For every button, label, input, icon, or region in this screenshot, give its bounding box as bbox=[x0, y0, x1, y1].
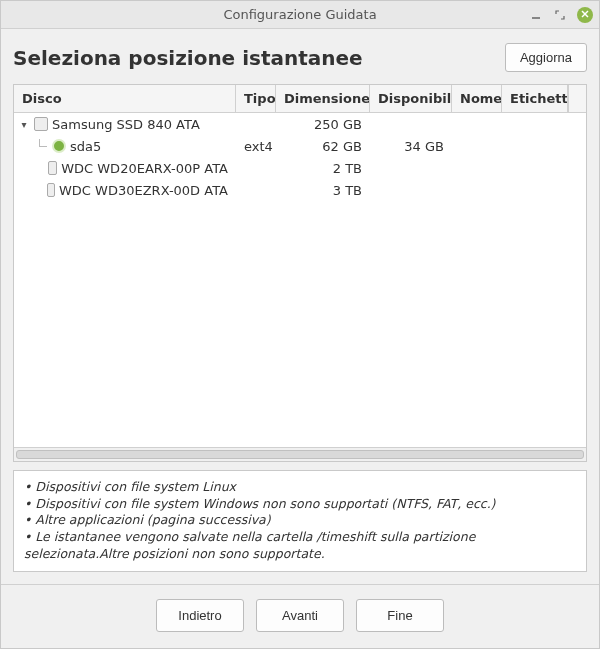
window-title: Configurazione Guidata bbox=[1, 7, 599, 22]
col-disponibile[interactable]: Disponibile bbox=[370, 85, 452, 112]
table-row[interactable]: WDC WD20EARX-00P ATA 2 TB bbox=[14, 157, 586, 179]
col-tipo[interactable]: Tipo bbox=[236, 85, 276, 112]
cell-disco: ▾ Samsung SSD 840 ATA bbox=[14, 117, 236, 132]
scrollbar-thumb[interactable] bbox=[16, 450, 584, 459]
info-box: • Dispositivi con file system Linux • Di… bbox=[13, 470, 587, 572]
minimize-button[interactable] bbox=[529, 8, 543, 22]
cell-disco: WDC WD30EZRX-00D ATA bbox=[14, 183, 236, 198]
horizontal-scrollbar[interactable] bbox=[14, 447, 586, 461]
disk-label: WDC WD30EZRX-00D ATA bbox=[59, 183, 228, 198]
cell-dim: 2 TB bbox=[276, 161, 370, 176]
tree-body[interactable]: ▾ Samsung SSD 840 ATA 250 GB sda5 bbox=[14, 113, 586, 447]
disk-icon bbox=[48, 161, 58, 175]
disk-label: WDC WD20EARX-00P ATA bbox=[61, 161, 228, 176]
cell-tipo: ext4 bbox=[236, 139, 276, 154]
footer: Indietro Avanti Fine bbox=[1, 584, 599, 648]
partition-icon bbox=[52, 139, 66, 153]
info-line: • Le istantanee vengono salvate nella ca… bbox=[24, 529, 576, 563]
cell-dim: 62 GB bbox=[276, 139, 370, 154]
info-line: • Altre applicazioni (pagina successiva) bbox=[24, 512, 576, 529]
window-controls bbox=[529, 1, 593, 28]
close-button[interactable] bbox=[577, 7, 593, 23]
header-row: Seleziona posizione istantanee Aggiorna bbox=[13, 43, 587, 72]
disk-icon bbox=[47, 183, 56, 197]
info-line: • Dispositivi con file system Linux bbox=[24, 479, 576, 496]
finish-button[interactable]: Fine bbox=[356, 599, 444, 632]
refresh-button[interactable]: Aggiorna bbox=[505, 43, 587, 72]
disk-icon bbox=[34, 117, 48, 131]
col-scroll-spacer bbox=[568, 85, 586, 112]
col-etichetta[interactable]: Etichetta bbox=[502, 85, 568, 112]
cell-disco: WDC WD20EARX-00P ATA bbox=[14, 161, 236, 176]
page-title: Seleziona posizione istantanee bbox=[13, 46, 363, 70]
cell-disco: sda5 bbox=[14, 139, 236, 154]
disk-label: Samsung SSD 840 ATA bbox=[52, 117, 200, 132]
col-nome[interactable]: Nome bbox=[452, 85, 502, 112]
col-disco[interactable]: Disco bbox=[14, 85, 236, 112]
content-area: Seleziona posizione istantanee Aggiorna … bbox=[1, 29, 599, 584]
cell-dim: 250 GB bbox=[276, 117, 370, 132]
tree-header: Disco Tipo Dimensione Disponibile Nome E… bbox=[14, 85, 586, 113]
disk-tree: Disco Tipo Dimensione Disponibile Nome E… bbox=[13, 84, 587, 462]
col-dimensione[interactable]: Dimensione bbox=[276, 85, 370, 112]
info-line: • Dispositivi con file system Windows no… bbox=[24, 496, 576, 513]
maximize-button[interactable] bbox=[553, 8, 567, 22]
back-button[interactable]: Indietro bbox=[156, 599, 244, 632]
cell-dim: 3 TB bbox=[276, 183, 370, 198]
tree-elbow-icon bbox=[36, 139, 48, 153]
window: Configurazione Guidata Seleziona posizio… bbox=[0, 0, 600, 649]
next-button[interactable]: Avanti bbox=[256, 599, 344, 632]
expander-icon[interactable]: ▾ bbox=[18, 118, 30, 130]
table-row[interactable]: sda5 ext4 62 GB 34 GB bbox=[14, 135, 586, 157]
titlebar: Configurazione Guidata bbox=[1, 1, 599, 29]
table-row[interactable]: WDC WD30EZRX-00D ATA 3 TB bbox=[14, 179, 586, 201]
cell-disp: 34 GB bbox=[370, 139, 452, 154]
disk-label: sda5 bbox=[70, 139, 101, 154]
table-row[interactable]: ▾ Samsung SSD 840 ATA 250 GB bbox=[14, 113, 586, 135]
